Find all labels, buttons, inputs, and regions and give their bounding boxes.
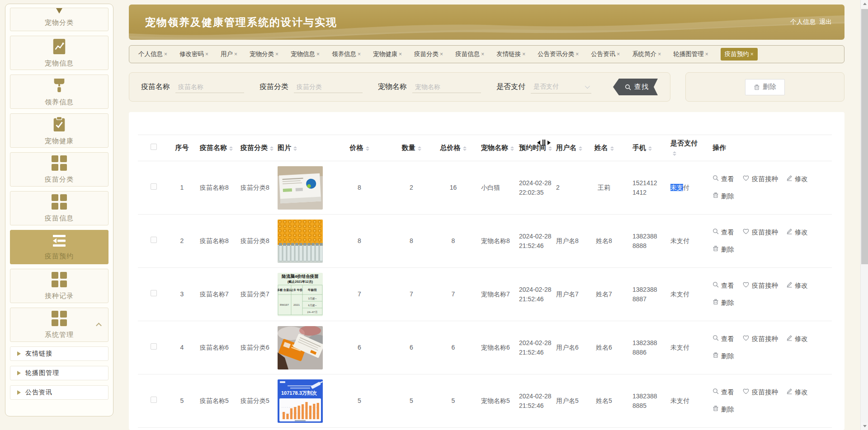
scrollbar-thumb[interactable]: [861, 9, 868, 264]
edit-link[interactable]: 修改: [786, 388, 808, 397]
sort-caret-icon[interactable]: [579, 146, 582, 151]
row-checkbox[interactable]: [151, 237, 157, 243]
tab-疫苗信息[interactable]: 疫苗信息×: [455, 50, 484, 58]
sort-caret-icon[interactable]: [648, 146, 652, 151]
tab-close-icon[interactable]: ×: [234, 51, 237, 57]
tab-close-icon[interactable]: ×: [316, 51, 320, 57]
tab-close-icon[interactable]: ×: [275, 51, 278, 57]
tab-宠物分类[interactable]: 宠物分类×: [250, 50, 278, 58]
sidebar-item-6[interactable]: 疫苗信息: [10, 191, 108, 225]
delete-link[interactable]: 删除: [712, 351, 734, 361]
select-all-checkbox[interactable]: [151, 144, 157, 150]
column-header-vaccine_name[interactable]: 疫苗名称: [194, 135, 236, 161]
tab-close-icon[interactable]: ×: [576, 51, 579, 57]
tab-系统简介[interactable]: 系统简介×: [632, 50, 661, 58]
delete-link[interactable]: 删除: [712, 192, 734, 201]
edit-link[interactable]: 修改: [786, 334, 808, 344]
tab-宠物健康[interactable]: 宠物健康×: [373, 50, 402, 58]
row-checkbox[interactable]: [151, 290, 157, 296]
delete-link[interactable]: 删除: [712, 298, 734, 308]
tab-close-icon[interactable]: ×: [164, 51, 167, 57]
column-header-phone[interactable]: 手机: [620, 135, 660, 161]
row-checkbox[interactable]: [151, 397, 157, 403]
scroll-down-arrow[interactable]: [861, 422, 868, 430]
edit-link[interactable]: 修改: [786, 281, 808, 291]
view-link[interactable]: 查看: [712, 334, 734, 344]
vaccinate-link[interactable]: 疫苗接种: [742, 281, 778, 291]
column-header-pet_name[interactable]: 宠物名称: [475, 135, 514, 161]
scroll-up-arrow[interactable]: [861, 0, 868, 8]
row-checkbox[interactable]: [151, 343, 157, 350]
vaccinate-link[interactable]: 疫苗接种: [742, 388, 778, 397]
sort-caret-icon[interactable]: [548, 146, 552, 151]
sort-caret-icon[interactable]: [418, 146, 421, 151]
view-link[interactable]: 查看: [712, 174, 734, 184]
sidebar-group-1[interactable]: 友情链接: [10, 346, 108, 361]
sidebar-group-2[interactable]: 轮播图管理: [10, 366, 108, 380]
sort-caret-icon[interactable]: [610, 146, 614, 151]
tab-公告资讯分类[interactable]: 公告资讯分类×: [538, 50, 579, 58]
tab-疫苗预约[interactable]: 疫苗预约×: [721, 48, 758, 61]
chevron-up-icon[interactable]: [96, 322, 102, 328]
sort-caret-icon[interactable]: [510, 146, 514, 151]
edit-link[interactable]: 修改: [786, 228, 808, 238]
sort-caret-icon[interactable]: [463, 146, 467, 151]
tab-用户[interactable]: 用户×: [221, 50, 237, 58]
tab-友情链接[interactable]: 友情链接×: [496, 50, 525, 58]
vaccinate-link[interactable]: 疫苗接种: [742, 174, 778, 184]
vaccinate-link[interactable]: 疫苗接种: [742, 228, 778, 238]
logout-link[interactable]: 退出: [819, 18, 832, 26]
view-link[interactable]: 查看: [712, 228, 734, 238]
tab-宠物信息[interactable]: 宠物信息×: [291, 50, 320, 58]
sidebar-item-5[interactable]: 疫苗分类: [10, 152, 108, 187]
sort-caret-icon[interactable]: [270, 146, 274, 151]
sort-caret-icon[interactable]: [673, 151, 676, 156]
tab-疫苗分类[interactable]: 疫苗分类×: [414, 50, 443, 58]
sort-caret-icon[interactable]: [366, 146, 369, 151]
paid-status-select[interactable]: 是否支付: [531, 80, 591, 93]
column-header-paid[interactable]: 是否支付: [660, 135, 699, 161]
view-link[interactable]: 查看: [712, 281, 734, 291]
delete-link[interactable]: 删除: [712, 405, 734, 415]
edit-link[interactable]: 修改: [786, 174, 808, 184]
sidebar-item-9[interactable]: 系统管理: [10, 308, 108, 342]
search-input-疫苗名称[interactable]: [175, 81, 244, 93]
sort-caret-icon[interactable]: [293, 146, 297, 151]
tab-close-icon[interactable]: ×: [481, 51, 484, 57]
sidebar-item-3[interactable]: 领养信息: [10, 75, 108, 109]
tab-轮播图管理[interactable]: 轮播图管理×: [673, 50, 708, 58]
tab-个人信息[interactable]: 个人信息×: [138, 50, 167, 58]
tab-close-icon[interactable]: ×: [705, 51, 708, 57]
column-header-price[interactable]: 价格: [328, 135, 391, 161]
vertical-scrollbar[interactable]: [860, 0, 868, 430]
column-header-vaccine_category[interactable]: 疫苗分类: [236, 135, 276, 161]
profile-link[interactable]: 个人信息: [790, 18, 816, 26]
tab-close-icon[interactable]: ×: [358, 51, 361, 57]
sidebar-item-4[interactable]: 宠物健康: [10, 113, 108, 148]
sidebar-item-8[interactable]: 接种记录: [10, 269, 108, 303]
column-header-quantity[interactable]: 数量: [391, 135, 432, 161]
tab-close-icon[interactable]: ×: [440, 51, 443, 57]
column-header-username[interactable]: 用户名: [554, 135, 588, 161]
find-button[interactable]: 查找: [613, 79, 658, 95]
search-input-宠物名称[interactable]: [412, 81, 481, 93]
tab-close-icon[interactable]: ×: [617, 51, 620, 57]
column-header-total[interactable]: 总价格: [432, 135, 475, 161]
column-header-name[interactable]: 姓名: [588, 135, 620, 161]
search-input-疫苗分类[interactable]: [294, 81, 363, 93]
tab-领养信息[interactable]: 领养信息×: [332, 50, 361, 58]
tab-公告资讯[interactable]: 公告资讯×: [591, 50, 620, 58]
sidebar-item-2[interactable]: 宠物信息: [10, 36, 108, 70]
vaccinate-link[interactable]: 疫苗接种: [742, 334, 778, 344]
tab-close-icon[interactable]: ×: [750, 51, 754, 57]
column-header-image[interactable]: 图片: [276, 135, 328, 161]
tab-close-icon[interactable]: ×: [205, 51, 208, 57]
row-checkbox[interactable]: [151, 183, 157, 190]
tab-修改密码[interactable]: 修改密码×: [179, 50, 208, 58]
delete-link[interactable]: 删除: [712, 245, 734, 255]
tab-close-icon[interactable]: ×: [658, 51, 661, 57]
delete-button[interactable]: 删除: [745, 79, 785, 95]
tab-close-icon[interactable]: ×: [522, 51, 525, 57]
sidebar-group-3[interactable]: 公告资讯: [10, 385, 108, 400]
sidebar-item-1[interactable]: 宠物分类: [10, 8, 108, 31]
